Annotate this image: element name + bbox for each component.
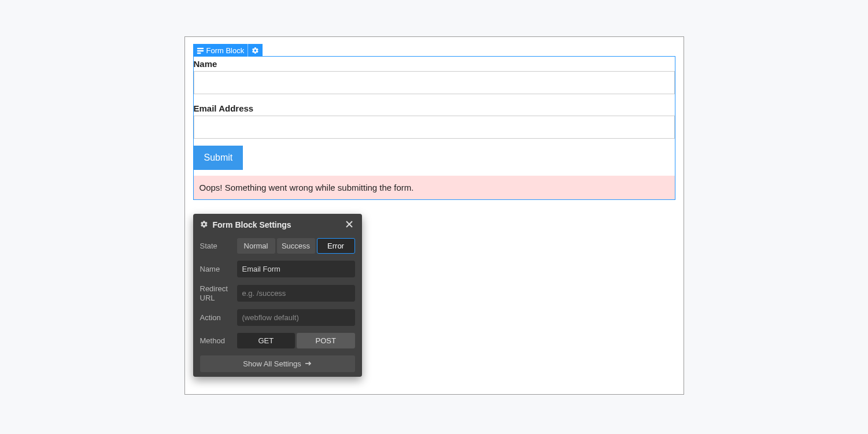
arrow-right-icon [305,359,312,368]
settings-name-input[interactable] [237,261,355,277]
state-option-normal[interactable]: Normal [237,238,275,254]
method-label: Method [200,336,237,346]
gear-icon [252,47,259,54]
state-row: State Normal Success Error [193,235,362,257]
popover-title: Form Block Settings [208,220,345,229]
selection-settings-button[interactable] [248,44,263,57]
svg-rect-0 [197,47,203,49]
redirect-input[interactable] [237,285,355,302]
email-input[interactable] [194,116,675,139]
selection-tag[interactable]: Form Block [193,44,263,57]
redirect-label: Redirect URL [200,284,237,302]
name-label: Name [194,57,675,71]
state-options: Normal Success Error [237,238,355,254]
selection-label: Form Block [204,46,245,55]
state-option-error[interactable]: Error [317,238,355,254]
method-option-post[interactable]: POST [297,333,355,348]
close-button[interactable] [345,220,355,230]
svg-rect-1 [197,50,203,51]
canvas: Form Block Name Email Address Submit Oop… [184,36,684,395]
state-option-success[interactable]: Success [277,238,315,254]
form-error-message: Oops! Something went wrong while submitt… [194,176,675,199]
gear-icon [200,220,208,230]
selection-tag-main[interactable]: Form Block [193,44,248,57]
name-row: Name [193,257,362,281]
svg-rect-2 [197,52,201,53]
show-all-label: Show All Settings [243,359,301,368]
method-row: Method GET POST [193,329,362,352]
settings-name-label: Name [200,265,237,274]
action-label: Action [200,313,237,322]
form-block-icon [197,47,204,54]
close-icon [345,222,354,231]
action-row: Action [193,306,362,329]
redirect-row: Redirect URL [193,281,362,306]
form-settings-popover: Form Block Settings State Normal Success… [193,214,362,377]
form-block[interactable]: Name Email Address Submit Oops! Somethin… [193,56,675,200]
method-options: GET POST [237,333,355,348]
action-input[interactable] [237,309,355,326]
state-label: State [200,242,237,251]
show-all-settings-button[interactable]: Show All Settings [200,355,355,372]
popover-header: Form Block Settings [193,214,362,235]
email-label: Email Address [194,101,675,116]
method-option-get[interactable]: GET [237,333,296,348]
name-input[interactable] [194,71,675,94]
submit-button[interactable]: Submit [194,146,243,170]
